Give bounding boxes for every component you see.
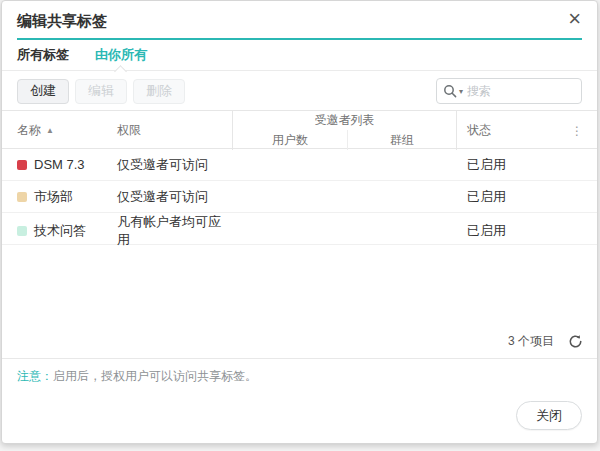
label-name: 技术问答 — [34, 222, 86, 240]
search-filter-caret-icon[interactable]: ▾ — [459, 87, 463, 96]
dialog-title: 编辑共享标签 — [17, 12, 107, 29]
delete-button: 删除 — [133, 79, 185, 104]
search-box[interactable]: ▾ — [436, 78, 582, 104]
search-input[interactable] — [467, 84, 575, 98]
edit-button: 编辑 — [75, 79, 127, 104]
label-name: DSM 7.3 — [34, 157, 85, 172]
permission-cell: 仅受邀者可访问 — [117, 188, 232, 206]
refresh-icon[interactable] — [568, 334, 583, 349]
note-label: 注意： — [17, 369, 53, 383]
label-color-chip — [17, 192, 27, 202]
table-empty-area — [2, 245, 597, 333]
status-cell: 已启用 — [457, 188, 557, 206]
item-count: 3 个项目 — [508, 333, 554, 350]
dialog-footer: 关闭 — [2, 391, 597, 443]
label-name: 市场部 — [34, 188, 73, 206]
column-header-permission[interactable]: 权限 — [117, 111, 232, 150]
note-text: 启用后，授权用户可以访问共享标签。 — [53, 369, 257, 383]
column-header-invitee-list: 受邀者列表 — [232, 111, 457, 130]
column-settings-icon[interactable]: ⋮ — [557, 111, 597, 150]
close-button[interactable]: 关闭 — [516, 401, 582, 430]
table-header: 名称 ▲ 权限 受邀者列表 用户数 群组 状态 ⋮ — [2, 110, 597, 149]
table-row[interactable]: DSM 7.3 仅受邀者可访问 已启用 — [2, 149, 597, 181]
toolbar: 创建 编辑 删除 ▾ — [2, 71, 597, 110]
label-name-cell: 市场部 — [2, 188, 117, 206]
status-cell: 已启用 — [457, 156, 557, 174]
column-header-groups[interactable]: 群组 — [347, 130, 457, 150]
status-cell: 已启用 — [457, 222, 557, 240]
search-icon — [443, 84, 457, 98]
table-row[interactable]: 市场部 仅受邀者可访问 已启用 — [2, 181, 597, 213]
table-footer: 3 个项目 — [2, 333, 597, 358]
tab-bar: 所有标签 由你所有 — [2, 40, 597, 71]
close-icon[interactable]: × — [568, 8, 581, 30]
label-color-chip — [17, 226, 27, 236]
note-row: 注意：启用后，授权用户可以访问共享标签。 — [2, 359, 597, 391]
column-header-name[interactable]: 名称 ▲ — [2, 111, 117, 150]
dialog-titlebar: 编辑共享标签 × — [2, 1, 597, 38]
sort-ascending-icon: ▲ — [46, 126, 54, 135]
create-button[interactable]: 创建 — [17, 79, 69, 104]
table-row[interactable]: 技术问答 凡有帐户者均可应用 已启用 — [2, 213, 597, 245]
label-color-chip — [17, 160, 27, 170]
column-header-status[interactable]: 状态 — [457, 111, 557, 150]
permission-cell: 仅受邀者可访问 — [117, 156, 232, 174]
label-name-cell: 技术问答 — [2, 222, 117, 240]
tab-all-labels[interactable]: 所有标签 — [17, 46, 69, 64]
tab-owned-by-you[interactable]: 由你所有 — [95, 46, 147, 64]
column-header-users[interactable]: 用户数 — [232, 130, 347, 150]
label-name-cell: DSM 7.3 — [2, 157, 117, 172]
edit-shared-labels-dialog: 编辑共享标签 × 所有标签 由你所有 创建 编辑 删除 ▾ 名称 ▲ 权限 受邀… — [1, 0, 598, 444]
permission-cell: 凡有帐户者均可应用 — [117, 213, 232, 249]
